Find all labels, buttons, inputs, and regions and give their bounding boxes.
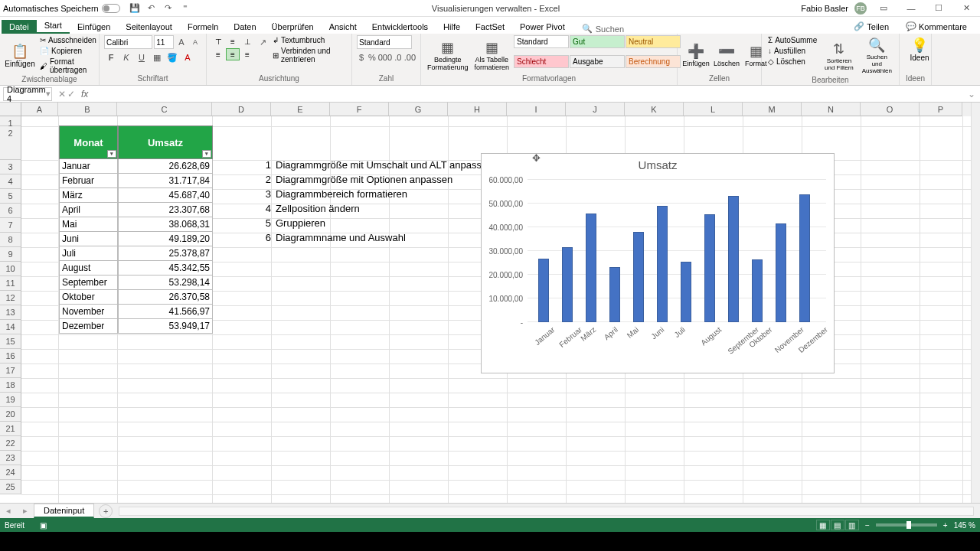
table-row[interactable]: Februar31.717,84 — [59, 174, 213, 188]
zoom-out-button[interactable]: − — [865, 521, 870, 530]
decrease-decimal-button[interactable]: .00 — [404, 51, 416, 64]
note-item[interactable]: 6Diagrammname und Auswahl — [260, 232, 406, 243]
border-button[interactable]: ▦ — [150, 51, 164, 64]
zoom-level[interactable]: 145 % — [954, 521, 975, 530]
col-header-h[interactable]: H — [448, 103, 507, 116]
tab-pagelayout[interactable]: Seitenlayout — [118, 20, 180, 34]
percent-button[interactable]: % — [368, 51, 377, 64]
table-cell-value[interactable]: 45.342,55 — [118, 261, 213, 276]
table-cell-value[interactable]: 26.370,58 — [118, 290, 213, 305]
formula-input[interactable] — [91, 87, 963, 101]
bold-button[interactable]: F — [104, 51, 118, 64]
page-layout-view-button[interactable]: ▤ — [831, 520, 844, 530]
table-cell-month[interactable]: September — [59, 276, 118, 290]
row-header-25[interactable]: 25 — [0, 480, 21, 494]
row-header-22[interactable]: 22 — [0, 436, 21, 451]
col-header-f[interactable]: F — [330, 103, 389, 116]
delete-cells-button[interactable]: ➖Löschen — [713, 35, 740, 74]
cut-button[interactable]: ✂ Ausschneiden — [38, 35, 98, 45]
chart-bar[interactable] — [704, 214, 715, 322]
table-cell-value[interactable]: 49.189,20 — [118, 232, 213, 246]
chart-bar[interactable] — [681, 262, 691, 322]
italic-button[interactable]: K — [119, 51, 133, 64]
merge-center-button[interactable]: ⊞ Verbinden und zentrieren — [271, 46, 347, 64]
col-header-k[interactable]: K — [625, 103, 684, 116]
row-header-6[interactable]: 6 — [0, 204, 21, 218]
row-header-5[interactable]: 5 — [0, 189, 21, 204]
select-all-corner[interactable] — [0, 103, 21, 116]
paste-button[interactable]: 📋Einfügen — [5, 35, 35, 75]
table-row[interactable]: April23.307,68 — [59, 203, 213, 217]
col-header-l[interactable]: L — [684, 103, 743, 116]
font-color-button[interactable]: A — [181, 51, 194, 64]
font-name-select[interactable]: Calibri — [104, 35, 152, 49]
style-ausgabe[interactable]: Ausgabe — [570, 55, 625, 68]
currency-button[interactable]: $ — [357, 51, 366, 64]
col-header-a[interactable]: A — [21, 103, 58, 116]
col-header-p[interactable]: P — [920, 103, 962, 116]
table-cell-month[interactable]: Juli — [59, 246, 118, 261]
page-break-view-button[interactable]: ▥ — [845, 520, 859, 530]
copy-button[interactable]: 📄 Kopieren — [38, 46, 98, 56]
tab-review[interactable]: Überprüfen — [264, 20, 322, 34]
autosum-button[interactable]: Σ AutoSumme — [766, 35, 818, 45]
search-box[interactable]: 🔍 Suchen — [582, 24, 624, 34]
align-right-button[interactable]: ≡ — [240, 48, 254, 60]
col-header-o[interactable]: O — [861, 103, 920, 116]
zoom-slider[interactable] — [876, 523, 937, 527]
chart-bar[interactable] — [657, 206, 668, 322]
add-sheet-button[interactable]: + — [99, 504, 113, 518]
format-painter-button[interactable]: 🖌 Format übertragen — [38, 57, 98, 75]
table-cell-value[interactable]: 53.949,17 — [118, 319, 213, 334]
chart-bar[interactable] — [776, 223, 786, 322]
ribbon-options-icon[interactable]: ▭ — [873, 2, 894, 15]
style-gut[interactable]: Gut — [570, 35, 625, 48]
table-header-umsatz[interactable]: Umsatz▾ — [118, 126, 213, 159]
tab-nav-next[interactable]: ▸ — [17, 506, 34, 516]
worksheet-grid[interactable]: ABCDEFGHIJKLMNOP 12345678910111213141516… — [0, 103, 980, 503]
table-cell-value[interactable]: 23.307,68 — [118, 203, 213, 217]
style-neutral[interactable]: Neutral — [626, 35, 681, 48]
col-header-c[interactable]: C — [117, 103, 212, 116]
chart-bar[interactable] — [728, 196, 739, 322]
tab-data[interactable]: Daten — [226, 20, 263, 34]
align-bottom-button[interactable]: ⊥ — [240, 35, 254, 47]
note-item[interactable]: 4Zellposition ändern — [260, 203, 360, 214]
align-top-button[interactable]: ⊤ — [211, 35, 225, 47]
tab-nav-prev[interactable]: ◂ — [0, 506, 17, 516]
name-box[interactable]: Diagramm 4 ▾ — [3, 87, 52, 101]
avatar[interactable]: FB — [854, 2, 867, 15]
row-header-23[interactable]: 23 — [0, 451, 21, 465]
tab-view[interactable]: Ansicht — [322, 20, 364, 34]
row-header-21[interactable]: 21 — [0, 422, 21, 436]
row-header-15[interactable]: 15 — [0, 334, 21, 349]
row-header-13[interactable]: 13 — [0, 305, 21, 320]
table-row[interactable]: November41.566,97 — [59, 305, 213, 319]
tab-file[interactable]: Datei — [2, 20, 37, 34]
fx-icon[interactable]: fx — [78, 89, 91, 99]
align-left-button[interactable]: ≡ — [211, 48, 225, 60]
underline-button[interactable]: U — [135, 51, 149, 64]
table-row[interactable]: Juli25.378,87 — [59, 246, 213, 261]
col-header-g[interactable]: G — [389, 103, 448, 116]
table-cell-month[interactable]: Oktober — [59, 290, 118, 305]
table-row[interactable]: Mai38.068,31 — [59, 217, 213, 232]
font-size-select[interactable]: 11 — [154, 35, 174, 49]
row-header-24[interactable]: 24 — [0, 465, 21, 480]
table-header-month[interactable]: Monat▾ — [59, 126, 118, 159]
col-header-d[interactable]: D — [212, 103, 271, 116]
grow-font-button[interactable]: A — [175, 35, 188, 49]
col-header-i[interactable]: I — [507, 103, 566, 116]
row-header-9[interactable]: 9 — [0, 247, 21, 262]
conditional-formatting-button[interactable]: ▦Bedingte Formatierung — [426, 35, 470, 74]
sort-filter-button[interactable]: ⇅Sortieren und Filtern — [822, 35, 856, 76]
row-header-20[interactable]: 20 — [0, 407, 21, 422]
align-center-button[interactable]: ≡ — [226, 48, 240, 60]
save-icon[interactable]: 💾 — [129, 3, 140, 14]
table-cell-month[interactable]: März — [59, 188, 118, 203]
tab-help[interactable]: Hilfe — [436, 20, 468, 34]
fill-color-button[interactable]: 🪣 — [165, 51, 179, 64]
table-cell-month[interactable]: April — [59, 203, 118, 217]
tab-developer[interactable]: Entwicklertools — [364, 20, 436, 34]
row-header-8[interactable]: 8 — [0, 233, 21, 247]
